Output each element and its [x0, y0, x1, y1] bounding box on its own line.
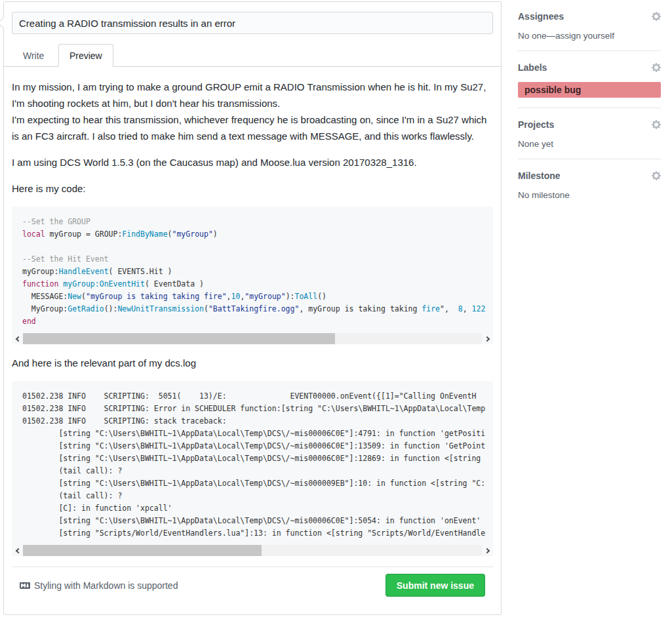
assignees-value[interactable]: No one—assign yourself	[518, 31, 661, 41]
new-issue-page: Write Preview In my mission, I am trying…	[0, 0, 672, 619]
markdown-note-text: Styling with Markdown is supported	[34, 580, 178, 591]
issue-body-paragraph-3: Here is my code:	[12, 180, 493, 197]
chevron-left-icon[interactable]	[12, 545, 23, 556]
chevron-left-icon[interactable]	[12, 333, 23, 344]
sidebar-section-milestone: Milestone No milestone	[518, 159, 661, 210]
code-horizontal-scrollbar	[12, 333, 493, 344]
issue-body-paragraph-2: I am using DCS World 1.5.3 (on the Cauca…	[12, 154, 493, 170]
tab-preview[interactable]: Preview	[58, 44, 113, 67]
milestone-heading: Milestone	[518, 170, 561, 181]
label-possible-bug[interactable]: possible bug	[518, 82, 661, 98]
markdown-supported-link[interactable]: Styling with Markdown is supported	[20, 580, 178, 591]
comment-box-caret	[0, 18, 9, 29]
milestone-value: No milestone	[518, 190, 661, 200]
chevron-right-icon[interactable]	[482, 333, 493, 344]
scrollbar-thumb[interactable]	[23, 333, 335, 344]
lua-code-block: --Set the GROUPlocal myGroup = GROUP:Fin…	[12, 207, 493, 344]
scrollbar-thumb[interactable]	[23, 545, 262, 556]
assignees-heading: Assignees	[518, 11, 564, 22]
scrollbar-track[interactable]	[23, 545, 482, 556]
sidebar-section-labels: Labels possible bug	[518, 51, 661, 108]
projects-value: None yet	[518, 139, 661, 149]
gear-icon[interactable]	[652, 11, 661, 22]
issue-body-paragraph-1: In my mission, I am trying to make a gro…	[12, 79, 493, 144]
write-preview-tabnav: Write Preview	[4, 44, 501, 67]
dcs-log-block: 01502.238 INFO SCRIPTING: 5051( 13)/E: E…	[12, 381, 493, 556]
issue-sidebar: Assignees No one—assign yourself Labels …	[518, 0, 661, 210]
issue-title-input[interactable]	[12, 12, 493, 34]
projects-heading: Projects	[518, 119, 554, 130]
gear-icon[interactable]	[652, 62, 661, 73]
issue-compose-box: Write Preview In my mission, I am trying…	[3, 1, 502, 615]
dcs-log-lines: 01502.238 INFO SCRIPTING: 5051( 13)/E: E…	[22, 390, 483, 540]
sidebar-section-assignees: Assignees No one—assign yourself	[518, 0, 661, 51]
scrollbar-track[interactable]	[23, 333, 482, 344]
tab-write[interactable]: Write	[12, 44, 55, 67]
preview-rendered-body: In my mission, I am trying to make a gro…	[4, 67, 501, 597]
sidebar-section-projects: Projects None yet	[518, 108, 661, 159]
markdown-icon	[20, 580, 30, 591]
labels-heading: Labels	[518, 62, 547, 73]
gear-icon[interactable]	[652, 119, 661, 130]
gear-icon[interactable]	[652, 170, 661, 181]
submit-new-issue-button[interactable]: Submit new issue	[385, 574, 485, 597]
compose-footer: Styling with Markdown is supported Submi…	[12, 567, 493, 597]
lua-code-lines: --Set the GROUPlocal myGroup = GROUP:Fin…	[22, 216, 483, 328]
log-horizontal-scrollbar	[12, 545, 493, 556]
chevron-right-icon[interactable]	[482, 545, 493, 556]
issue-body-paragraph-4: And here is the relevant part of my dcs.…	[12, 355, 493, 371]
